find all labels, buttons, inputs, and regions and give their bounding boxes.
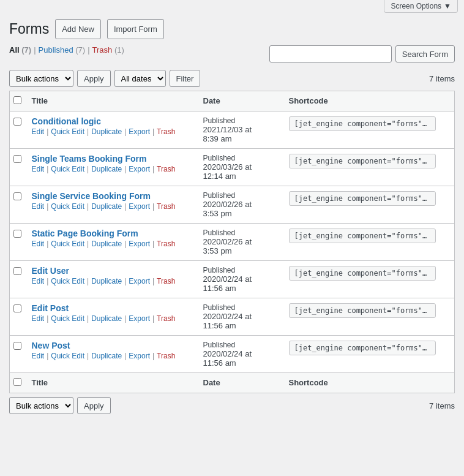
row-action-export[interactable]: Export [129,202,150,211]
row-checkbox-cell [10,186,26,224]
row-action-duplicate[interactable]: Duplicate [91,240,122,248]
row-action-edit[interactable]: Edit [32,202,45,211]
row-checkbox-cell [10,298,26,336]
row-checkbox-cell [10,336,26,373]
bulk-actions-select-bottom[interactable]: Bulk actions [9,397,73,414]
apply-button-bottom[interactable]: Apply [77,397,111,414]
row-date: 2021/12/03 at [203,125,277,134]
row-shortcode[interactable]: [jet_engine component="forms" _form_id: [289,191,436,206]
row-action-quick-edit[interactable]: Quick Edit [51,240,84,248]
apply-button-top[interactable]: Apply [77,70,111,87]
row-action-edit[interactable]: Edit [32,127,45,136]
row-action-export[interactable]: Export [129,277,150,285]
row-action-edit[interactable]: Edit [32,277,45,285]
row-action-trash[interactable]: Trash [157,277,175,285]
row-time: 12:14 am [203,172,277,181]
row-checkbox[interactable] [13,118,21,126]
action-separator: | [124,240,126,248]
row-shortcode-cell: [jet_engine component="forms" _form_id: [283,149,455,186]
select-all-checkbox-top[interactable] [13,96,21,104]
row-date: 2020/02/26 at [203,200,277,209]
row-shortcode[interactable]: [jet_engine component="forms" _form_id: [289,303,436,318]
row-action-edit[interactable]: Edit [32,314,45,323]
filter-trash-link[interactable]: Trash (1) [92,45,124,55]
row-action-duplicate[interactable]: Duplicate [91,352,122,360]
row-action-edit[interactable]: Edit [32,352,45,360]
row-action-export[interactable]: Export [129,240,150,248]
row-action-quick-edit[interactable]: Quick Edit [51,127,84,136]
filter-button[interactable]: Filter [170,70,201,87]
select-all-checkbox-bottom[interactable] [13,378,21,386]
row-title-link[interactable]: Static Page Booking Form [32,229,191,238]
row-title-link[interactable]: Single Teams Booking Form [32,154,191,164]
row-action-quick-edit[interactable]: Quick Edit [51,352,84,360]
row-action-export[interactable]: Export [129,314,150,323]
row-shortcode[interactable]: [jet_engine component="forms" _form_id: [289,341,436,355]
row-title-link[interactable]: Edit Post [32,303,191,313]
row-shortcode[interactable]: [jet_engine component="forms" _form_id: [289,266,436,281]
row-date-status: Published [203,116,277,125]
import-form-button[interactable]: Import Form [107,19,164,39]
row-title-link[interactable]: Conditional logic [32,116,191,126]
row-date: 2020/02/24 at [203,349,277,358]
bulk-actions-select-top[interactable]: Bulk actions [9,70,73,87]
row-shortcode-cell: [jet_engine component="forms" _form_id: [283,224,455,261]
row-action-duplicate[interactable]: Duplicate [91,202,122,211]
search-form-button[interactable]: Search Form [395,45,455,62]
row-shortcode[interactable]: [jet_engine component="forms" _form_id: [289,154,436,168]
row-action-export[interactable]: Export [129,165,150,173]
row-action-duplicate[interactable]: Duplicate [91,165,122,173]
date-filter-select[interactable]: All dates [114,70,166,87]
row-checkbox[interactable] [13,155,21,163]
row-action-export[interactable]: Export [129,352,150,360]
search-input[interactable] [269,45,392,62]
row-title-link[interactable]: New Post [32,341,191,350]
row-shortcode[interactable]: [jet_engine component="forms" _form_id: [289,116,436,131]
row-checkbox[interactable] [13,230,21,238]
filter-published-link[interactable]: Published (7) [39,45,86,55]
row-checkbox[interactable] [13,342,21,350]
row-action-quick-edit[interactable]: Quick Edit [51,165,84,173]
add-new-button[interactable]: Add New [55,19,101,39]
row-action-export[interactable]: Export [129,127,150,136]
action-separator: | [47,314,48,323]
row-title-link[interactable]: Single Service Booking Form [32,191,191,201]
table-row: New PostEdit | Quick Edit | Duplicate | … [10,336,455,373]
action-separator: | [87,240,89,248]
row-date-status: Published [203,266,277,274]
row-action-duplicate[interactable]: Duplicate [91,314,122,323]
row-action-quick-edit[interactable]: Quick Edit [51,202,84,211]
row-title-cell: Single Teams Booking FormEdit | Quick Ed… [26,149,197,186]
filter-all-link[interactable]: All (7) [9,45,31,55]
row-date-status: Published [203,341,277,349]
row-checkbox[interactable] [13,304,21,312]
row-action-duplicate[interactable]: Duplicate [91,127,122,136]
action-separator: | [152,314,154,323]
row-action-quick-edit[interactable]: Quick Edit [51,314,84,323]
row-checkbox[interactable] [13,267,21,275]
screen-options-chevron: ▼ [444,2,451,10]
page-title: Forms [9,21,49,38]
row-action-trash[interactable]: Trash [157,314,175,323]
row-date-status: Published [203,303,277,312]
row-action-trash[interactable]: Trash [157,240,175,248]
row-action-quick-edit[interactable]: Quick Edit [51,277,84,285]
row-shortcode[interactable]: [jet_engine component="forms" _form_id: [289,229,436,243]
row-title-cell: Single Service Booking FormEdit | Quick … [26,186,197,224]
row-time: 8:39 am [203,134,277,143]
row-date-status: Published [203,229,277,237]
row-action-trash[interactable]: Trash [157,127,175,136]
row-actions: Edit | Quick Edit | Duplicate | Export |… [32,165,191,173]
row-action-trash[interactable]: Trash [157,352,175,360]
row-action-duplicate[interactable]: Duplicate [91,277,122,285]
row-action-edit[interactable]: Edit [32,165,45,173]
action-separator: | [87,314,89,323]
screen-options-button[interactable]: Screen Options ▼ [384,0,458,13]
row-action-edit[interactable]: Edit [32,240,45,248]
row-title-link[interactable]: Edit User [32,266,191,276]
row-date: 2020/03/26 at [203,162,277,172]
row-action-trash[interactable]: Trash [157,202,175,211]
action-separator: | [152,277,154,285]
row-checkbox[interactable] [13,192,21,200]
row-action-trash[interactable]: Trash [157,165,175,173]
